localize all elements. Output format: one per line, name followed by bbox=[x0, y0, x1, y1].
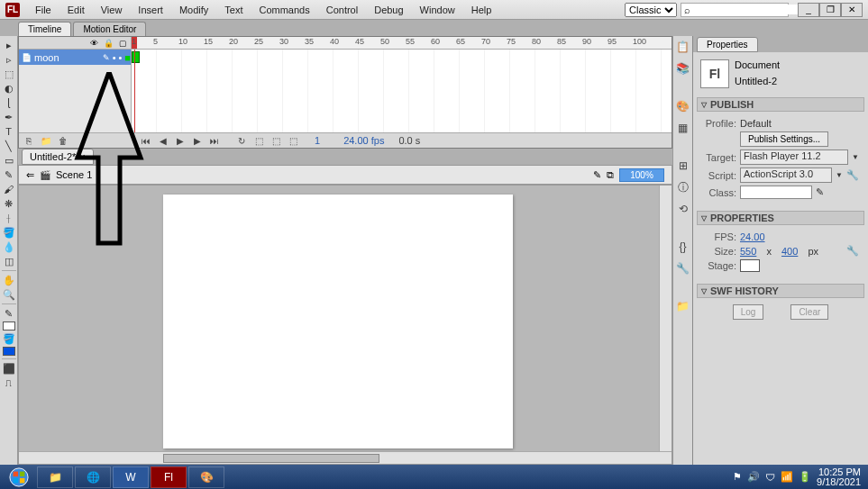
info-dock-icon[interactable]: ⓘ bbox=[676, 180, 690, 195]
taskbar-word[interactable]: W bbox=[113, 466, 149, 488]
goto-first-button[interactable]: ⏮ bbox=[139, 134, 153, 147]
search-input[interactable] bbox=[690, 5, 805, 14]
publish-settings-button[interactable]: Publish Settings... bbox=[740, 131, 828, 147]
vertical-scrollbar[interactable] bbox=[659, 186, 672, 464]
layer-name[interactable]: moon bbox=[34, 52, 59, 63]
transform-dock-icon[interactable]: ⟲ bbox=[676, 202, 690, 216]
document-tab-close[interactable]: × bbox=[79, 151, 85, 162]
snap-option[interactable]: ⬛ bbox=[1, 361, 17, 376]
edit-multiple-button[interactable]: ⬚ bbox=[286, 134, 300, 147]
deco-tool[interactable]: ❋ bbox=[1, 196, 17, 211]
stage-color-swatch[interactable] bbox=[740, 259, 760, 272]
3d-rotate-tool[interactable]: ◐ bbox=[1, 81, 17, 95]
publish-section-header[interactable]: ▽Publish bbox=[697, 97, 864, 112]
search-box[interactable]: ⌕ bbox=[681, 3, 789, 17]
step-fwd-button[interactable]: ▶ bbox=[190, 134, 205, 147]
tray-flag-icon[interactable]: ⚑ bbox=[733, 471, 742, 483]
menu-commands[interactable]: Commands bbox=[251, 5, 317, 15]
height-value[interactable]: 400 bbox=[781, 246, 798, 257]
step-back-button[interactable]: ◀ bbox=[156, 134, 170, 147]
zoom-select[interactable]: 100% bbox=[619, 168, 664, 182]
new-folder-button[interactable]: 📁 bbox=[39, 134, 53, 147]
wrench-icon[interactable]: 🔧 bbox=[846, 169, 859, 181]
target-select[interactable]: Flash Player 11.2 bbox=[740, 149, 848, 165]
line-tool[interactable]: ╲ bbox=[1, 139, 17, 153]
script-select[interactable]: ActionScript 3.0 bbox=[740, 168, 832, 183]
tool-option[interactable]: ⎍ bbox=[1, 376, 17, 390]
menu-control[interactable]: Control bbox=[318, 5, 366, 15]
loop-button[interactable]: ↻ bbox=[234, 134, 249, 147]
library-dock-icon[interactable]: 📚 bbox=[676, 61, 690, 76]
tab-timeline[interactable]: Timeline bbox=[18, 22, 71, 36]
pencil-icon[interactable]: ✎ bbox=[816, 186, 828, 198]
eraser-tool[interactable]: ◫ bbox=[1, 254, 17, 268]
horizontal-scrollbar[interactable] bbox=[19, 451, 672, 464]
lasso-tool[interactable]: ɭ bbox=[1, 95, 17, 110]
delete-layer-button[interactable]: 🗑 bbox=[56, 134, 70, 147]
width-value[interactable]: 550 bbox=[740, 246, 756, 257]
tray-battery-icon[interactable]: 🔋 bbox=[799, 471, 811, 483]
hand-tool[interactable]: ✋ bbox=[1, 273, 17, 287]
components-dock-icon[interactable]: 🔧 bbox=[676, 261, 690, 276]
rectangle-tool[interactable]: ▭ bbox=[1, 153, 17, 168]
taskbar-chrome[interactable]: 🌐 bbox=[75, 466, 111, 488]
tray-shield-icon[interactable]: 🛡 bbox=[765, 472, 775, 483]
menu-view[interactable]: View bbox=[93, 5, 131, 15]
minimize-button[interactable]: _ bbox=[798, 3, 819, 17]
swf-history-header[interactable]: ▽SWF History bbox=[697, 284, 864, 298]
close-button[interactable]: ✕ bbox=[841, 3, 863, 17]
edit-symbol-icon[interactable]: ⧉ bbox=[607, 169, 614, 181]
swatches-dock-icon[interactable]: ▦ bbox=[676, 121, 690, 135]
pencil-tool[interactable]: ✎ bbox=[1, 168, 17, 182]
zoom-tool[interactable]: 🔍 bbox=[1, 287, 17, 302]
new-layer-button[interactable]: ⎘ bbox=[22, 134, 36, 147]
edit-scene-icon[interactable]: ✎ bbox=[593, 169, 601, 181]
tray-volume-icon[interactable]: 🔊 bbox=[747, 471, 760, 483]
wrench-icon[interactable]: 🔧 bbox=[846, 245, 859, 257]
class-input[interactable] bbox=[740, 186, 812, 199]
back-icon[interactable]: ⇐ bbox=[26, 169, 34, 181]
outline-box[interactable]: ■ bbox=[124, 52, 131, 63]
lock-dot[interactable]: • bbox=[118, 52, 122, 63]
free-transform-tool[interactable]: ⬚ bbox=[1, 67, 17, 81]
document-tab[interactable]: Untitled-2* × bbox=[22, 149, 94, 165]
taskbar-clock[interactable]: 10:25 PM 9/18/2021 bbox=[817, 467, 861, 487]
project-dock-icon[interactable]: 📁 bbox=[676, 299, 690, 313]
tab-motion-editor[interactable]: Motion Editor bbox=[73, 22, 146, 36]
eye-icon[interactable]: 👁 bbox=[90, 39, 98, 48]
stage-viewport[interactable] bbox=[18, 185, 672, 465]
workspace-select[interactable]: Classic bbox=[625, 3, 677, 17]
brush-tool[interactable]: 🖌 bbox=[1, 182, 17, 196]
taskbar-explorer[interactable]: 📁 bbox=[37, 466, 73, 488]
outline-icon[interactable]: ▢ bbox=[119, 39, 127, 48]
scene-name[interactable]: Scene 1 bbox=[56, 169, 92, 180]
menu-insert[interactable]: Insert bbox=[130, 5, 171, 15]
pen-tool[interactable]: ✒ bbox=[1, 110, 17, 124]
bone-tool[interactable]: ⟊ bbox=[1, 211, 17, 225]
vis-dot[interactable]: • bbox=[113, 52, 116, 63]
selection-tool[interactable]: ▸ bbox=[1, 38, 17, 52]
text-tool[interactable]: T bbox=[1, 124, 17, 139]
maximize-button[interactable]: ❐ bbox=[819, 3, 841, 17]
lock-icon[interactable]: 🔒 bbox=[104, 39, 114, 48]
layer-row[interactable]: 📄 moon ✎ • • ■ bbox=[19, 50, 131, 65]
menu-window[interactable]: Window bbox=[412, 5, 463, 15]
frames-area[interactable] bbox=[132, 50, 672, 132]
stroke-color-tool[interactable]: ✎ bbox=[1, 306, 17, 321]
tab-properties[interactable]: Properties bbox=[697, 37, 758, 52]
fps-value[interactable]: 24.00 bbox=[740, 231, 765, 242]
menu-debug[interactable]: Debug bbox=[366, 5, 411, 15]
onion-outline-button[interactable]: ⬚ bbox=[269, 134, 283, 147]
color-dock-icon[interactable]: 🎨 bbox=[676, 99, 690, 113]
onion-skin-button[interactable]: ⬚ bbox=[251, 134, 266, 147]
menu-edit[interactable]: Edit bbox=[59, 5, 93, 15]
fill-swatch[interactable] bbox=[3, 347, 15, 356]
properties-dock-icon[interactable]: 📋 bbox=[676, 40, 690, 54]
taskbar-flash[interactable]: Fl bbox=[151, 466, 187, 488]
fill-color-tool[interactable]: 🪣 bbox=[1, 331, 17, 346]
properties-section-header[interactable]: ▽Properties bbox=[697, 211, 864, 225]
menu-file[interactable]: File bbox=[27, 5, 59, 15]
start-button[interactable] bbox=[2, 466, 36, 489]
subselection-tool[interactable]: ▹ bbox=[1, 52, 17, 67]
tray-network-icon[interactable]: 📶 bbox=[781, 471, 793, 483]
